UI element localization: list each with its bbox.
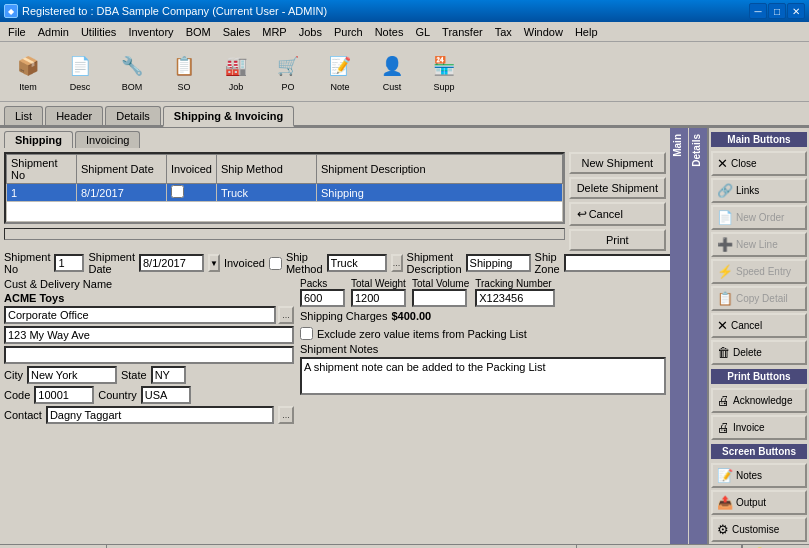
menu-bom[interactable]: BOM <box>180 24 217 40</box>
close-button[interactable]: ✕ Close <box>711 151 807 176</box>
invoice-button[interactable]: 🖨 Invoice <box>711 415 807 440</box>
invoiced-checkbox[interactable] <box>171 185 184 198</box>
main-tabs: List Header Details Shipping & Invoicing <box>0 102 809 127</box>
menu-transfer[interactable]: Transfer <box>436 24 489 40</box>
ship-zone-input[interactable] <box>564 254 670 272</box>
date-dropdown-btn[interactable]: ▼ <box>208 254 220 272</box>
toolbar-supp-button[interactable]: 🏪 Supp <box>420 46 468 98</box>
tracking-input[interactable] <box>475 289 555 307</box>
menu-admin[interactable]: Admin <box>32 24 75 40</box>
toolbar-cust-button[interactable]: 👤 Cust <box>368 46 416 98</box>
col-shipment-date: Shipment Date <box>77 155 167 184</box>
shipment-date-input[interactable] <box>139 254 204 272</box>
acknowledge-button[interactable]: 🖨 Acknowledge <box>711 388 807 413</box>
shipment-desc-input[interactable] <box>466 254 531 272</box>
ship-zone-label: Ship Zone <box>535 251 560 275</box>
city-label: City <box>4 369 23 381</box>
menu-jobs[interactable]: Jobs <box>293 24 328 40</box>
tab-details[interactable]: Details <box>105 106 161 125</box>
shipment-no-input[interactable] <box>54 254 84 272</box>
exclude-zero-checkbox[interactable] <box>300 327 313 340</box>
toolbar-po-button[interactable]: 🛒 PO <box>264 46 312 98</box>
details-panel-bar[interactable]: Details <box>689 128 707 544</box>
toolbar: 📦 Item 📄 Desc 🔧 BOM 📋 SO 🏭 Job 🛒 PO 📝 No… <box>0 42 809 102</box>
close-button[interactable]: ✕ <box>787 3 805 19</box>
cust-name: ACME Toys <box>4 292 294 304</box>
menu-utilities[interactable]: Utilities <box>75 24 122 40</box>
state-input[interactable] <box>151 366 186 384</box>
tab-list[interactable]: List <box>4 106 43 125</box>
weight-label: Total Weight <box>351 278 406 289</box>
customise-button[interactable]: ⚙ Customise <box>711 517 807 542</box>
copy-detail-button[interactable]: 📋 Copy Detail <box>711 286 807 311</box>
new-order-button[interactable]: 📄 New Order <box>711 205 807 230</box>
notes-button[interactable]: 📝 Notes <box>711 463 807 488</box>
contact-input[interactable] <box>46 406 274 424</box>
address3-input[interactable] <box>4 346 294 364</box>
table-hscrollbar[interactable] <box>4 228 565 240</box>
delete-button[interactable]: 🗑 Delete <box>711 340 807 365</box>
menu-mrp[interactable]: MRP <box>256 24 292 40</box>
ship-method-btn[interactable]: … <box>391 254 403 272</box>
shipping-content: Shipment No Shipment Date Invoiced Ship … <box>0 148 670 544</box>
ship-method-input[interactable] <box>327 254 387 272</box>
speed-entry-button[interactable]: ⚡ Speed Entry <box>711 259 807 284</box>
city-input[interactable] <box>27 366 117 384</box>
tab-header[interactable]: Header <box>45 106 103 125</box>
item-icon: 📦 <box>14 52 42 80</box>
notes-icon: 📝 <box>717 468 733 483</box>
packs-input[interactable] <box>300 289 345 307</box>
toolbar-desc-button[interactable]: 📄 Desc <box>56 46 104 98</box>
maximize-button[interactable]: □ <box>768 3 786 19</box>
output-button[interactable]: 📤 Output <box>711 490 807 515</box>
menu-window[interactable]: Window <box>518 24 569 40</box>
weight-input[interactable] <box>351 289 406 307</box>
address1-btn[interactable]: … <box>278 306 294 324</box>
country-input[interactable] <box>141 386 191 404</box>
menu-inventory[interactable]: Inventory <box>122 24 179 40</box>
cancel-main-button[interactable]: ✕ Cancel <box>711 313 807 338</box>
cell-shipment-desc: Shipping <box>317 184 563 202</box>
statusbar: SO No: SO10428 Standard Wagon Order to D… <box>0 544 809 548</box>
menu-notes[interactable]: Notes <box>369 24 410 40</box>
main-panel-bar[interactable]: Main <box>670 128 688 544</box>
new-shipment-button[interactable]: New Shipment <box>569 152 666 174</box>
subtab-invoicing[interactable]: Invoicing <box>75 131 140 148</box>
table-row[interactable]: 1 8/1/2017 Truck Shipping <box>7 184 563 202</box>
city-state-row: City State <box>4 366 294 384</box>
toolbar-job-button[interactable]: 🏭 Job <box>212 46 260 98</box>
invoiced-form-checkbox[interactable] <box>269 257 282 270</box>
subtab-shipping[interactable]: Shipping <box>4 131 73 148</box>
delete-shipment-button[interactable]: Delete Shipment <box>569 177 666 199</box>
address-section: Cust & Delivery Name ACME Toys … City St… <box>4 278 294 540</box>
address2-input[interactable] <box>4 326 294 344</box>
toolbar-so-button[interactable]: 📋 SO <box>160 46 208 98</box>
minimize-button[interactable]: ─ <box>749 3 767 19</box>
toolbar-note-label: Note <box>330 82 349 92</box>
menu-purch[interactable]: Purch <box>328 24 369 40</box>
toolbar-item-button[interactable]: 📦 Item <box>4 46 52 98</box>
address1-input[interactable] <box>4 306 276 324</box>
tab-shipping-invoicing[interactable]: Shipping & Invoicing <box>163 106 294 127</box>
code-input[interactable] <box>34 386 94 404</box>
volume-input[interactable] <box>412 289 467 307</box>
menu-help[interactable]: Help <box>569 24 604 40</box>
ship-method-label: Ship Method <box>286 251 323 275</box>
menu-tax[interactable]: Tax <box>489 24 518 40</box>
print-buttons-title: Print Buttons <box>711 369 807 384</box>
menu-sales[interactable]: Sales <box>217 24 257 40</box>
print-button[interactable]: Print <box>569 229 666 251</box>
contact-btn[interactable]: … <box>278 406 294 424</box>
menubar: File Admin Utilities Inventory BOM Sales… <box>0 22 809 42</box>
state-label: State <box>121 369 147 381</box>
shipment-no-label: Shipment No <box>4 251 50 275</box>
links-button[interactable]: 🔗 Links <box>711 178 807 203</box>
notes-textarea[interactable] <box>300 357 666 395</box>
new-line-button[interactable]: ➕ New Line <box>711 232 807 257</box>
menu-gl[interactable]: GL <box>409 24 436 40</box>
toolbar-bom-button[interactable]: 🔧 BOM <box>108 46 156 98</box>
links-icon: 🔗 <box>717 183 733 198</box>
menu-file[interactable]: File <box>2 24 32 40</box>
cancel-button[interactable]: ↩ Cancel <box>569 202 666 226</box>
toolbar-note-button[interactable]: 📝 Note <box>316 46 364 98</box>
